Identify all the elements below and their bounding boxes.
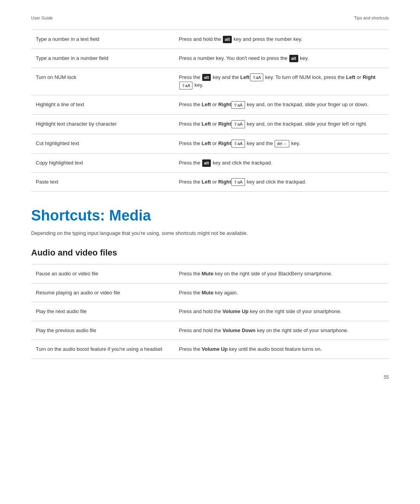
instruction-cell: Press and hold the alt key and press the… [174, 30, 389, 49]
table-row: Type a number in a text field Press and … [31, 30, 389, 49]
table-row: Turn on NUM lock Press the alt key and t… [31, 68, 389, 95]
shortcuts-table-top: Type a number in a text field Press and … [31, 30, 389, 192]
instruction-cell: Press the Left or Right⇧aA key and, on t… [174, 115, 389, 134]
action-cell: Turn on NUM lock [31, 68, 174, 95]
action-cell: Copy highlighted text [31, 153, 174, 172]
action-cell: Resume playing an audio or video file [31, 283, 174, 302]
table-row: Highlight text character by character Pr… [31, 115, 389, 134]
instruction-cell: Press the Left or Right⇧aA key and the d… [174, 134, 389, 153]
instruction-cell: Press the alt key and click the trackpad… [174, 153, 389, 172]
action-cell: Type a number in a text field [31, 30, 174, 49]
page-number: 55 [31, 374, 389, 380]
table-row: Play the previous audio file Press and h… [31, 321, 389, 340]
instruction-cell: Press the Volume Up key until the audio … [174, 340, 389, 359]
instruction-cell: Press and hold the Volume Up key on the … [174, 302, 389, 321]
header-right: Tips and shortcuts [354, 16, 389, 20]
table-row: Cut highlighted text Press the Left or R… [31, 134, 389, 153]
action-cell: Highlight text character by character [31, 115, 174, 134]
action-cell: Play the next audio file [31, 302, 174, 321]
instruction-cell: Press a number key. You don't need to pr… [174, 49, 389, 68]
action-cell: Cut highlighted text [31, 134, 174, 153]
instruction-cell: Press the Mute key again. [174, 283, 389, 302]
instruction-cell: Press the alt key and the Left⇧aA key. T… [174, 68, 389, 95]
table-row: Copy highlighted text Press the alt key … [31, 153, 389, 172]
table-row: Turn on the audio boost feature if you'r… [31, 340, 389, 359]
table-row: Highlight a line of text Press the Left … [31, 95, 389, 115]
section-title: Shortcuts: Media [31, 207, 389, 224]
table-row: Type a number in a number field Press a … [31, 49, 389, 68]
action-cell: Turn on the audio boost feature if you'r… [31, 340, 174, 359]
table-row: Pause an audio or video file Press the M… [31, 264, 389, 284]
action-cell: Paste text [31, 172, 174, 192]
action-cell: Play the previous audio file [31, 321, 174, 340]
action-cell: Highlight a line of text [31, 95, 174, 115]
page-header: User Guide Tips and shortcuts [31, 16, 389, 20]
action-cell: Pause an audio or video file [31, 264, 174, 284]
instruction-cell: Press the Left or Right⇧aA key and, on t… [174, 95, 389, 115]
table-row: Paste text Press the Left or Right⇧aA ke… [31, 172, 389, 192]
section-description: Depending on the typing input language t… [31, 230, 389, 236]
table-row: Resume playing an audio or video file Pr… [31, 283, 389, 302]
table-row: Play the next audio file Press and hold … [31, 302, 389, 321]
instruction-cell: Press and hold the Volume Down key on th… [174, 321, 389, 340]
shortcuts-table-media: Pause an audio or video file Press the M… [31, 264, 389, 359]
action-cell: Type a number in a number field [31, 49, 174, 68]
instruction-cell: Press the Mute key on the right side of … [174, 264, 389, 284]
subsection-title: Audio and video files [31, 248, 389, 258]
header-left: User Guide [31, 16, 53, 20]
instruction-cell: Press the Left or Right⇧aA key and click… [174, 172, 389, 192]
